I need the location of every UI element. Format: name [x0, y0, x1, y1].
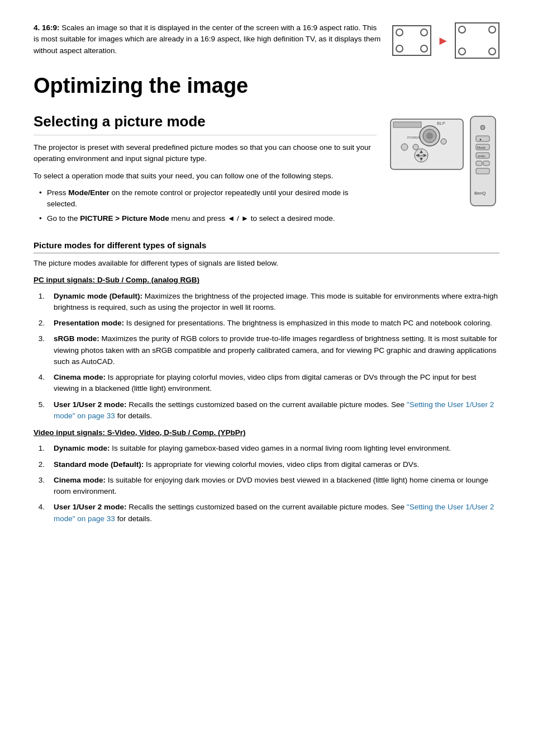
section1-bullets: Press Mode/Enter on the remote control o… [34, 187, 377, 225]
list-item: 3. sRGB mode: Maximizes the purity of RG… [34, 333, 499, 367]
circle-br [488, 48, 496, 55]
aspect-diagram-left [392, 25, 431, 56]
section2: Picture modes for different types of sig… [34, 239, 499, 525]
projector-diagram: BLP POWER Mode ▲ Mode enter [388, 111, 499, 211]
list-item: 3. Cinema mode: Is suitable for enjoying… [34, 475, 499, 498]
aspect-diagram-right [455, 22, 499, 59]
circle-tl [458, 26, 466, 34]
video-modes-list: 1. Dynamic mode: Is suitable for playing… [34, 443, 499, 525]
video-signal-title: Video input signals: S-Video, Video, D-S… [34, 427, 499, 438]
svg-rect-26 [476, 168, 489, 174]
circle-bl [458, 48, 466, 55]
circle-tl [396, 29, 403, 36]
list-item: 4. User 1/User 2 mode: Recalls the setti… [34, 502, 499, 525]
bullet-2: Go to the PICTURE > Picture Mode menu an… [39, 213, 377, 224]
intro-section: 4. 16:9: Scales an image so that it is d… [34, 22, 499, 59]
svg-rect-25 [483, 161, 489, 166]
item-label: 16:9: [42, 23, 60, 32]
list-item: 5. User 1/User 2 mode: Recalls the setti… [34, 399, 499, 422]
circle-bl [396, 45, 403, 53]
section1-para2: To select a operation mode that suits yo… [34, 171, 377, 182]
main-title: Optimizing the image [34, 70, 499, 102]
projector-svg: BLP POWER Mode ▲ Mode enter [388, 111, 499, 211]
item-number: 4. [34, 23, 40, 32]
section1-para1: The projector is preset with several pre… [34, 142, 377, 165]
section1-title: Selecting a picture mode [34, 111, 377, 135]
item-body: Scales an image so that it is displayed … [34, 23, 380, 55]
section1: Selecting a picture mode The projector i… [34, 111, 499, 230]
svg-point-7 [401, 144, 408, 150]
section2-intro: The picture modes available for differen… [34, 258, 499, 269]
list-item: 4. Cinema mode: Is appropriate for playi… [34, 372, 499, 395]
intro-text: 4. 16:9: Scales an image so that it is d… [34, 22, 381, 56]
section2-title: Picture modes for different types of sig… [34, 239, 499, 254]
svg-text:enter: enter [478, 154, 486, 158]
section1-text: Selecting a picture mode The projector i… [34, 111, 377, 230]
list-item: 2. Standard mode (Default): Is appropria… [34, 459, 499, 470]
svg-point-17 [480, 125, 485, 130]
svg-text:POWER: POWER [407, 136, 420, 139]
circle-br [420, 45, 428, 53]
list-item: 1. Dynamic mode: Is suitable for playing… [34, 443, 499, 454]
svg-point-8 [413, 144, 418, 150]
svg-point-4 [426, 133, 433, 139]
bullet-1: Press Mode/Enter on the remote control o… [39, 187, 377, 210]
aspect-diagram: ► [392, 22, 499, 59]
svg-rect-24 [476, 161, 482, 166]
svg-rect-18 [476, 136, 489, 141]
svg-point-9 [441, 139, 446, 144]
circle-tr [488, 26, 496, 34]
circle-tr [420, 29, 428, 36]
svg-rect-1 [393, 122, 421, 127]
svg-text:BLP: BLP [437, 121, 445, 126]
svg-text:Mode: Mode [477, 146, 486, 149]
list-item: 2. Presentation mode: Is designed for pr… [34, 318, 499, 329]
svg-text:▲: ▲ [479, 138, 482, 141]
svg-text:BenQ: BenQ [474, 191, 486, 196]
pc-signal-title: PC input signals: D-Sub / Comp. (analog … [34, 275, 499, 286]
list-item: 1. Dynamic mode (Default): Maximizes the… [34, 291, 499, 314]
arrow-icon: ► [437, 31, 449, 50]
pc-modes-list: 1. Dynamic mode (Default): Maximizes the… [34, 291, 499, 422]
